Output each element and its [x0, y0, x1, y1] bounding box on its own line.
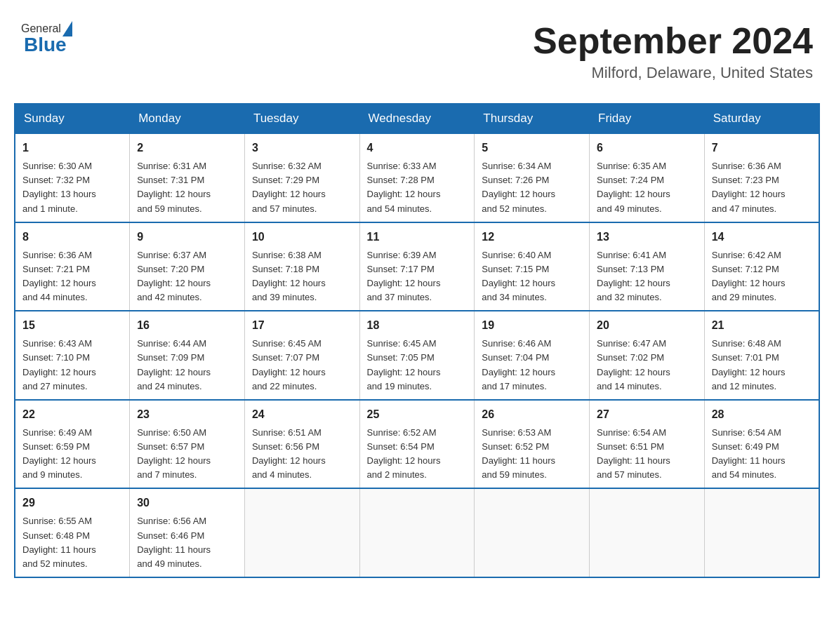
day-number: 28: [712, 406, 812, 423]
day-number: 17: [252, 317, 352, 334]
day-info: Sunrise: 6:32 AMSunset: 7:29 PMDaylight:…: [252, 159, 352, 216]
table-row: 6Sunrise: 6:35 AMSunset: 7:24 PMDaylight…: [590, 133, 705, 222]
table-row: [704, 488, 819, 577]
day-number: 11: [367, 229, 468, 246]
table-row: 7Sunrise: 6:36 AMSunset: 7:23 PMDaylight…: [704, 133, 819, 222]
header-tuesday: Tuesday: [244, 104, 359, 133]
day-number: 22: [22, 406, 122, 423]
table-row: 20Sunrise: 6:47 AMSunset: 7:02 PMDayligh…: [590, 311, 705, 400]
day-number: 27: [597, 406, 697, 423]
table-row: 12Sunrise: 6:40 AMSunset: 7:15 PMDayligh…: [475, 222, 590, 311]
day-number: 3: [252, 140, 352, 156]
header-monday: Monday: [130, 104, 245, 133]
table-row: 23Sunrise: 6:50 AMSunset: 6:57 PMDayligh…: [130, 400, 245, 489]
day-number: 2: [137, 140, 237, 156]
day-number: 8: [22, 229, 122, 246]
location-text: Milford, Delaware, United States: [533, 64, 813, 82]
table-row: 4Sunrise: 6:33 AMSunset: 7:28 PMDaylight…: [359, 133, 475, 222]
day-info: Sunrise: 6:54 AMSunset: 6:51 PMDaylight:…: [597, 426, 697, 483]
day-info: Sunrise: 6:36 AMSunset: 7:21 PMDaylight:…: [22, 248, 122, 305]
day-info: Sunrise: 6:50 AMSunset: 6:57 PMDaylight:…: [137, 426, 237, 483]
day-info: Sunrise: 6:35 AMSunset: 7:24 PMDaylight:…: [597, 159, 697, 216]
day-info: Sunrise: 6:34 AMSunset: 7:26 PMDaylight:…: [482, 159, 582, 216]
table-row: 14Sunrise: 6:42 AMSunset: 7:12 PMDayligh…: [704, 222, 819, 311]
table-row: 28Sunrise: 6:54 AMSunset: 6:49 PMDayligh…: [704, 400, 819, 489]
day-info: Sunrise: 6:48 AMSunset: 7:01 PMDaylight:…: [712, 337, 812, 394]
table-row: 13Sunrise: 6:41 AMSunset: 7:13 PMDayligh…: [590, 222, 705, 311]
title-section: September 2024 Milford, Delaware, United…: [533, 21, 813, 82]
day-number: 14: [712, 229, 812, 246]
header-saturday: Saturday: [704, 104, 819, 133]
day-info: Sunrise: 6:55 AMSunset: 6:48 PMDaylight:…: [22, 514, 122, 571]
table-row: [475, 488, 590, 577]
logo-blue-text: Blue: [24, 34, 67, 56]
day-number: 1: [22, 140, 122, 156]
day-number: 4: [367, 140, 468, 156]
day-info: Sunrise: 6:41 AMSunset: 7:13 PMDaylight:…: [597, 248, 697, 305]
day-number: 5: [482, 140, 582, 156]
day-number: 20: [597, 317, 697, 334]
day-number: 19: [482, 317, 582, 334]
day-info: Sunrise: 6:30 AMSunset: 7:32 PMDaylight:…: [22, 159, 122, 216]
table-row: 17Sunrise: 6:45 AMSunset: 7:07 PMDayligh…: [244, 311, 359, 400]
day-info: Sunrise: 6:43 AMSunset: 7:10 PMDaylight:…: [22, 337, 122, 394]
header-sunday: Sunday: [15, 104, 130, 133]
calendar-week-1: 1Sunrise: 6:30 AMSunset: 7:32 PMDaylight…: [15, 133, 819, 222]
day-number: 18: [367, 317, 468, 334]
day-info: Sunrise: 6:33 AMSunset: 7:28 PMDaylight:…: [367, 159, 468, 216]
day-info: Sunrise: 6:53 AMSunset: 6:52 PMDaylight:…: [482, 426, 582, 483]
day-info: Sunrise: 6:38 AMSunset: 7:18 PMDaylight:…: [252, 248, 352, 305]
table-row: 3Sunrise: 6:32 AMSunset: 7:29 PMDaylight…: [244, 133, 359, 222]
table-row: 16Sunrise: 6:44 AMSunset: 7:09 PMDayligh…: [130, 311, 245, 400]
day-info: Sunrise: 6:40 AMSunset: 7:15 PMDaylight:…: [482, 248, 582, 305]
month-title: September 2024: [533, 21, 813, 61]
day-number: 26: [482, 406, 582, 423]
calendar-week-3: 15Sunrise: 6:43 AMSunset: 7:10 PMDayligh…: [15, 311, 819, 400]
day-number: 21: [712, 317, 812, 334]
table-row: 11Sunrise: 6:39 AMSunset: 7:17 PMDayligh…: [359, 222, 475, 311]
day-number: 6: [597, 140, 697, 156]
table-row: 29Sunrise: 6:55 AMSunset: 6:48 PMDayligh…: [15, 488, 130, 577]
table-row: 15Sunrise: 6:43 AMSunset: 7:10 PMDayligh…: [15, 311, 130, 400]
day-number: 7: [712, 140, 812, 156]
day-info: Sunrise: 6:37 AMSunset: 7:20 PMDaylight:…: [137, 248, 237, 305]
table-row: 5Sunrise: 6:34 AMSunset: 7:26 PMDaylight…: [475, 133, 590, 222]
calendar-table: Sunday Monday Tuesday Wednesday Thursday…: [14, 103, 820, 578]
day-info: Sunrise: 6:36 AMSunset: 7:23 PMDaylight:…: [712, 159, 812, 216]
day-number: 30: [137, 495, 237, 511]
day-info: Sunrise: 6:49 AMSunset: 6:59 PMDaylight:…: [22, 426, 122, 483]
page-header: General Blue September 2024 Milford, Del…: [14, 14, 820, 89]
table-row: 8Sunrise: 6:36 AMSunset: 7:21 PMDaylight…: [15, 222, 130, 311]
table-row: 1Sunrise: 6:30 AMSunset: 7:32 PMDaylight…: [15, 133, 130, 222]
calendar-header-row: Sunday Monday Tuesday Wednesday Thursday…: [15, 104, 819, 133]
day-number: 23: [137, 406, 237, 423]
header-friday: Friday: [590, 104, 705, 133]
day-info: Sunrise: 6:39 AMSunset: 7:17 PMDaylight:…: [367, 248, 468, 305]
day-info: Sunrise: 6:51 AMSunset: 6:56 PMDaylight:…: [252, 426, 352, 483]
table-row: 21Sunrise: 6:48 AMSunset: 7:01 PMDayligh…: [704, 311, 819, 400]
day-info: Sunrise: 6:42 AMSunset: 7:12 PMDaylight:…: [712, 248, 812, 305]
day-info: Sunrise: 6:47 AMSunset: 7:02 PMDaylight:…: [597, 337, 697, 394]
day-number: 16: [137, 317, 237, 334]
day-info: Sunrise: 6:54 AMSunset: 6:49 PMDaylight:…: [712, 426, 812, 483]
header-wednesday: Wednesday: [359, 104, 475, 133]
table-row: 22Sunrise: 6:49 AMSunset: 6:59 PMDayligh…: [15, 400, 130, 489]
day-number: 12: [482, 229, 582, 246]
table-row: [244, 488, 359, 577]
day-number: 25: [367, 406, 468, 423]
table-row: 30Sunrise: 6:56 AMSunset: 6:46 PMDayligh…: [130, 488, 245, 577]
day-number: 13: [597, 229, 697, 246]
table-row: 24Sunrise: 6:51 AMSunset: 6:56 PMDayligh…: [244, 400, 359, 489]
calendar-week-4: 22Sunrise: 6:49 AMSunset: 6:59 PMDayligh…: [15, 400, 819, 489]
table-row: 2Sunrise: 6:31 AMSunset: 7:31 PMDaylight…: [130, 133, 245, 222]
day-number: 24: [252, 406, 352, 423]
table-row: [590, 488, 705, 577]
day-info: Sunrise: 6:44 AMSunset: 7:09 PMDaylight:…: [137, 337, 237, 394]
table-row: 9Sunrise: 6:37 AMSunset: 7:20 PMDaylight…: [130, 222, 245, 311]
calendar-week-2: 8Sunrise: 6:36 AMSunset: 7:21 PMDaylight…: [15, 222, 819, 311]
calendar-week-5: 29Sunrise: 6:55 AMSunset: 6:48 PMDayligh…: [15, 488, 819, 577]
day-info: Sunrise: 6:45 AMSunset: 7:07 PMDaylight:…: [252, 337, 352, 394]
table-row: 10Sunrise: 6:38 AMSunset: 7:18 PMDayligh…: [244, 222, 359, 311]
day-info: Sunrise: 6:56 AMSunset: 6:46 PMDaylight:…: [137, 514, 237, 571]
day-info: Sunrise: 6:31 AMSunset: 7:31 PMDaylight:…: [137, 159, 237, 216]
